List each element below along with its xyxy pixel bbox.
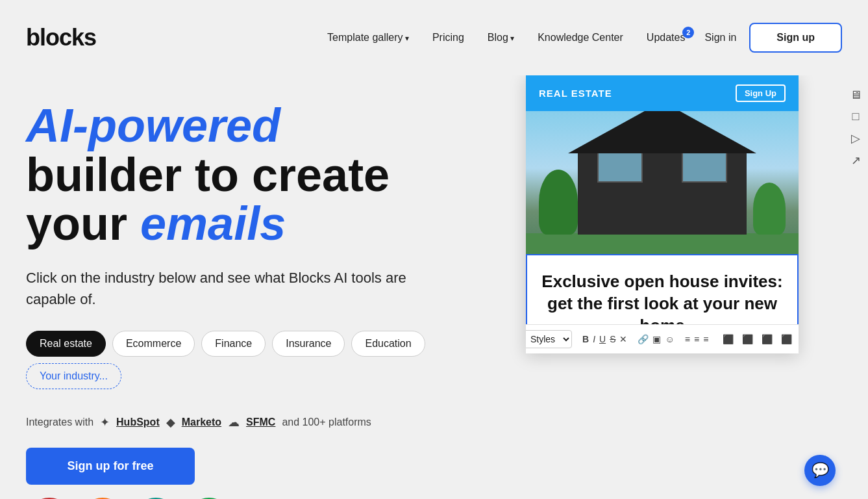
house-illustration [526, 111, 799, 254]
navbar: blocks Template gallery Pricing Blog Kno… [0, 0, 868, 75]
pill-ecommerce[interactable]: Ecommerce [112, 331, 195, 357]
bold-button[interactable]: B [582, 330, 589, 348]
list-ordered-button[interactable]: ≡ [694, 330, 699, 348]
align-right-button[interactable]: ⬛ [758, 330, 776, 348]
nav-auth: Sign in Sign up [704, 23, 842, 53]
hero-title-your: your [26, 198, 140, 250]
nav-link-knowledge-center[interactable]: Knowledge Center [538, 32, 623, 43]
nav-item-updates[interactable]: Updates 2 [647, 32, 686, 44]
email-header-label: REAL ESTATE [539, 88, 612, 99]
hubspot-icon: ✦ [100, 415, 110, 429]
desktop-view-icon[interactable]: 🖥 [850, 88, 862, 102]
nav-item-knowledge-center[interactable]: Knowledge Center [538, 32, 623, 44]
house-body [578, 150, 747, 235]
styles-select[interactable]: Styles [526, 330, 572, 348]
marketo-brand[interactable]: Marketo [182, 416, 221, 428]
email-preview-header: REAL ESTATE Sign Up [526, 75, 799, 111]
indent-button[interactable]: ≡ [703, 330, 708, 348]
sfmc-brand[interactable]: SFMC [246, 416, 275, 428]
italic-button[interactable]: I [593, 330, 595, 348]
hero-title-emails: emails [140, 198, 286, 250]
nav-item-blog[interactable]: Blog [488, 32, 514, 44]
house-trees-right [753, 183, 786, 235]
pill-finance[interactable]: Finance [201, 331, 266, 357]
sfmc-icon: ☁ [228, 415, 240, 429]
hero-title-line2: builder to create [26, 149, 390, 201]
integrates-suffix: and 100+ platforms [282, 416, 371, 428]
nav-link-template-gallery[interactable]: Template gallery [327, 32, 409, 43]
image-button[interactable]: ▣ [652, 330, 661, 348]
sign-up-button[interactable]: Sign up [749, 23, 842, 53]
chat-icon: 💬 [812, 462, 829, 479]
strikethrough-button[interactable]: S [610, 330, 615, 348]
industry-pills: Real estate Ecommerce Finance Insurance … [26, 331, 519, 389]
pill-education[interactable]: Education [351, 331, 425, 357]
nav-link-blog[interactable]: Blog [488, 32, 514, 43]
link-button[interactable]: 🔗 [638, 330, 649, 348]
main-content: AI-powered builder to create your emails… [0, 75, 868, 499]
list-unordered-button[interactable]: ≡ [685, 330, 690, 348]
email-preview: REAL ESTATE Sign Up + ✕ ⊙ [526, 75, 799, 353]
nav-item-pricing[interactable]: Pricing [432, 32, 464, 44]
align-justify-button[interactable]: ⬛ [777, 330, 795, 348]
hero-title-line1: AI-powered [26, 99, 280, 151]
nav-links: Template gallery Pricing Blog Knowledge … [327, 32, 685, 44]
email-header-signup-button[interactable]: Sign Up [736, 84, 786, 102]
editor-toolbar: Title Styles B I U S ✕ 🔗 ▣ ☺ ≡ ≡ ≡ [526, 324, 799, 353]
chat-bubble-button[interactable]: 💬 [804, 455, 836, 486]
align-buttons: ⬛ ⬛ ⬛ ⬛ ⬛ [719, 330, 799, 348]
image-block-wrapper: + ✕ ⊙ [526, 111, 799, 254]
house-roof [568, 111, 756, 153]
hero-title: AI-powered builder to create your emails [26, 101, 519, 249]
signup-hero-button[interactable]: Sign up for free [26, 448, 195, 485]
nav-link-pricing[interactable]: Pricing [432, 32, 464, 43]
hero-right: 🖥 □ ▷ ↗ REAL ESTATE Sign Up + ✕ ⊙ [519, 75, 842, 499]
email-preview-image [526, 111, 799, 254]
grass [526, 233, 799, 254]
align-left-button[interactable]: ⬛ [719, 330, 737, 348]
marketo-icon: ◆ [166, 415, 175, 429]
hubspot-brand[interactable]: HubSpot [116, 416, 160, 428]
logo[interactable]: blocks [26, 24, 96, 51]
hero-subtitle: Click on the industry below and see what… [26, 267, 415, 310]
play-icon[interactable]: ▷ [851, 131, 860, 146]
more-align-button[interactable]: ⬛ [797, 330, 799, 348]
hero-left: AI-powered builder to create your emails… [26, 75, 519, 499]
integrates-prefix: Integrates with [26, 416, 93, 428]
clear-format-button[interactable]: ✕ [619, 330, 627, 348]
frame-icon[interactable]: □ [852, 110, 860, 123]
nav-link-updates[interactable]: Updates [647, 32, 686, 43]
updates-badge-count: 2 [682, 27, 694, 38]
underline-button[interactable]: U [599, 330, 606, 348]
pill-your-industry[interactable]: Your industry... [26, 363, 121, 389]
pill-real-estate[interactable]: Real estate [26, 331, 106, 357]
integrates-row: Integrates with ✦ HubSpot ◆ Marketo ☁ SF… [26, 415, 519, 429]
right-editor-controls: 🖥 □ ▷ ↗ [850, 75, 862, 168]
sign-in-button[interactable]: Sign in [704, 32, 736, 44]
align-center-button[interactable]: ⬛ [738, 330, 756, 348]
expand-icon[interactable]: ↗ [851, 153, 861, 168]
emoji-button[interactable]: ☺ [665, 330, 674, 348]
pill-insurance[interactable]: Insurance [272, 331, 345, 357]
nav-item-template-gallery[interactable]: Template gallery [327, 32, 409, 44]
house-trees-left [539, 170, 578, 235]
